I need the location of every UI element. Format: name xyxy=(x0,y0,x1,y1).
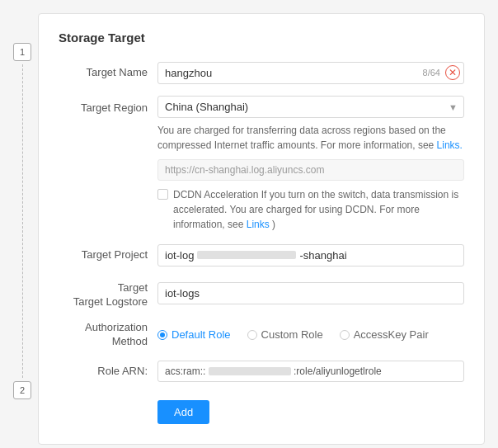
target-project-input-wrap: iot-log -shanghai xyxy=(157,244,464,266)
step-1-badge: 1 xyxy=(13,43,31,61)
dcdn-checkbox[interactable] xyxy=(157,189,168,200)
auth-method-custom-label: Custom Role xyxy=(261,328,323,341)
role-arn-suffix: :role/aliyunlogetlrole xyxy=(294,365,382,377)
target-project-control: iot-log -shanghai xyxy=(157,244,464,266)
dcdn-label: DCDN Acceleration If you turn on the swi… xyxy=(173,187,464,232)
auth-method-default-label: Default Role xyxy=(171,328,231,341)
target-logstore-input[interactable] xyxy=(157,282,464,304)
region-info-link[interactable]: Links. xyxy=(437,139,463,151)
dcdn-link[interactable]: Links xyxy=(247,219,270,230)
radio-default-role xyxy=(157,330,167,340)
card-title: Storage Target xyxy=(59,31,464,45)
target-region-control: China (Shanghai) ▼ You are charged for t… xyxy=(157,96,464,232)
auth-method-accesskey[interactable]: AccessKey Pair xyxy=(340,327,429,342)
target-name-input-wrap: 8/64 ✕ xyxy=(157,62,464,84)
auth-method-label: Authorization Method xyxy=(59,321,157,349)
step-2-badge: 2 xyxy=(13,381,31,399)
auth-method-row: Authorization Method Default Role Custom… xyxy=(59,321,464,349)
auth-method-custom-role[interactable]: Custom Role xyxy=(247,327,323,342)
target-region-select[interactable]: China (Shanghai) xyxy=(157,96,464,118)
role-arn-redacted xyxy=(209,367,291,375)
step-connector xyxy=(22,64,23,378)
region-info: You are charged for transferring data ac… xyxy=(157,123,464,153)
target-region-label: Target Region xyxy=(59,96,157,116)
target-project-row: Target Project iot-log -shanghai xyxy=(59,243,464,266)
project-prefix: iot-log xyxy=(165,249,194,262)
storage-target-card: Storage Target Target Name 8/64 ✕ Target… xyxy=(38,13,485,445)
role-arn-prefix: acs:ram:: xyxy=(165,365,205,377)
project-suffix: -shanghai xyxy=(299,249,346,262)
auth-method-default-role[interactable]: Default Role xyxy=(157,327,231,342)
role-arn-label: Role ARN: xyxy=(59,365,157,377)
target-name-row: Target Name 8/64 ✕ xyxy=(59,61,464,84)
role-arn-value: acs:ram:: :role/aliyunlogetlrole xyxy=(157,361,464,382)
step-indicators: 1 2 xyxy=(13,13,31,399)
project-redacted xyxy=(197,251,296,259)
auth-methods-group: Default Role Custom Role AccessKey Pair xyxy=(157,327,429,342)
radio-custom-role xyxy=(247,330,257,340)
target-region-row: Target Region China (Shanghai) ▼ You are… xyxy=(59,96,464,232)
target-name-input[interactable] xyxy=(158,63,418,83)
target-logstore-label: Target Target Logstore xyxy=(59,278,157,309)
target-region-select-wrap: China (Shanghai) ▼ xyxy=(157,96,464,118)
role-arn-row: Role ARN: acs:ram:: :role/aliyunlogetlro… xyxy=(59,361,464,382)
add-button[interactable]: Add xyxy=(157,400,209,424)
region-url: https://cn-shanghai.log.aliyuncs.com xyxy=(157,159,464,181)
target-name-control: 8/64 ✕ xyxy=(157,62,464,84)
target-logstore-control xyxy=(157,282,464,304)
target-name-label: Target Name xyxy=(59,61,157,84)
target-logstore-row: Target Target Logstore xyxy=(59,278,464,309)
auth-method-accesskey-label: AccessKey Pair xyxy=(354,328,429,341)
char-counter: 8/64 xyxy=(418,68,445,78)
clear-button[interactable]: ✕ xyxy=(445,65,460,80)
radio-accesskey xyxy=(340,330,350,340)
dcdn-row: DCDN Acceleration If you turn on the swi… xyxy=(157,187,464,232)
add-button-row: Add xyxy=(59,394,464,424)
target-project-label: Target Project xyxy=(59,243,157,266)
